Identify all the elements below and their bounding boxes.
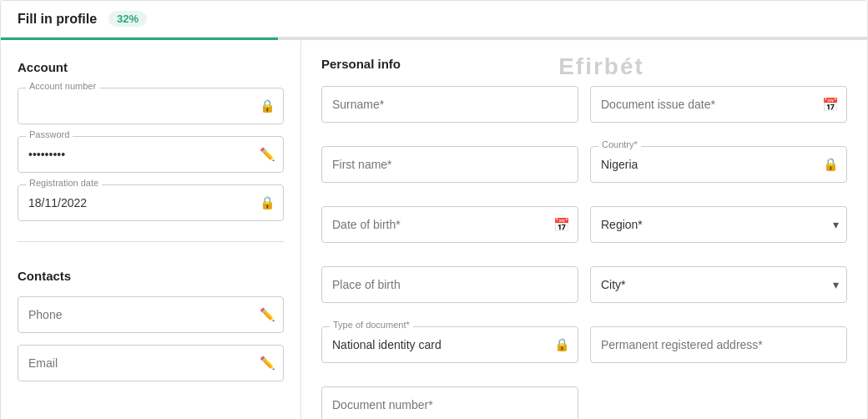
account-section: Account Account number 🔒 Password ✏️ Reg… (18, 57, 284, 233)
personal-info-header: Personal info Efirbét (321, 57, 847, 71)
account-number-input[interactable] (18, 88, 284, 124)
date-of-birth-field: 📅 (321, 206, 578, 243)
first-name-input[interactable] (321, 146, 578, 183)
progress-badge: 32% (108, 11, 147, 27)
account-number-label: Account number (26, 81, 99, 91)
progress-bar-fill (1, 38, 278, 40)
personal-info-title: Personal info (321, 57, 401, 71)
phone-field: ✏️ (18, 296, 284, 333)
contacts-section: Contacts ✏️ ✏️ (18, 265, 284, 393)
type-of-document-label: Type of document* (330, 320, 413, 330)
doc-issue-date-field: 📅 (590, 86, 847, 123)
region-select[interactable]: Region* (590, 206, 847, 243)
doc-issue-date-input[interactable] (590, 86, 847, 123)
permanent-address-input[interactable] (590, 326, 847, 363)
place-of-birth-field (321, 266, 578, 303)
password-input[interactable] (18, 136, 284, 173)
type-of-document-input[interactable] (321, 326, 578, 363)
country-field: Country* 🔒 (590, 146, 847, 183)
left-panel: Account Account number 🔒 Password ✏️ Reg… (1, 40, 301, 419)
section-divider (18, 241, 284, 242)
email-field: ✏️ (18, 345, 284, 381)
registration-date-input[interactable] (18, 184, 284, 221)
first-name-field (321, 146, 578, 183)
main-content: Account Account number 🔒 Password ✏️ Reg… (1, 40, 867, 419)
account-section-title: Account (18, 60, 284, 74)
page-title: Fill in profile (18, 12, 97, 27)
place-of-birth-input[interactable] (321, 266, 578, 303)
watermark: Efirbét (558, 53, 644, 80)
email-input[interactable] (18, 345, 284, 381)
city-field: City* ▾ (590, 266, 847, 303)
document-number-input[interactable] (321, 386, 578, 419)
right-panel: Personal info Efirbét 📅 (301, 40, 867, 419)
registration-date-label: Registration date (26, 178, 102, 188)
country-label: Country* (598, 139, 641, 149)
permanent-address-field (590, 326, 847, 363)
date-of-birth-input[interactable] (321, 206, 578, 243)
account-number-field: Account number 🔒 (18, 88, 284, 124)
header: Fill in profile 32% (1, 1, 867, 38)
surname-input[interactable] (321, 86, 578, 123)
phone-input[interactable] (18, 296, 284, 333)
password-label: Password (26, 129, 73, 139)
region-field: Region* ▾ (590, 206, 847, 243)
page-wrapper: Fill in profile 32% Account Account numb… (0, 0, 868, 419)
document-number-field (321, 386, 578, 419)
registration-date-field: Registration date 🔒 (18, 184, 284, 221)
city-select[interactable]: City* (590, 266, 847, 303)
grid-placeholder (590, 386, 847, 419)
personal-info-form: 📅 Country* 🔒 📅 (321, 86, 847, 419)
type-of-document-field: Type of document* 🔒 (321, 326, 578, 363)
country-input[interactable] (590, 146, 847, 183)
contacts-section-title: Contacts (18, 269, 284, 283)
password-field: Password ✏️ (18, 136, 284, 173)
surname-field (321, 86, 578, 123)
